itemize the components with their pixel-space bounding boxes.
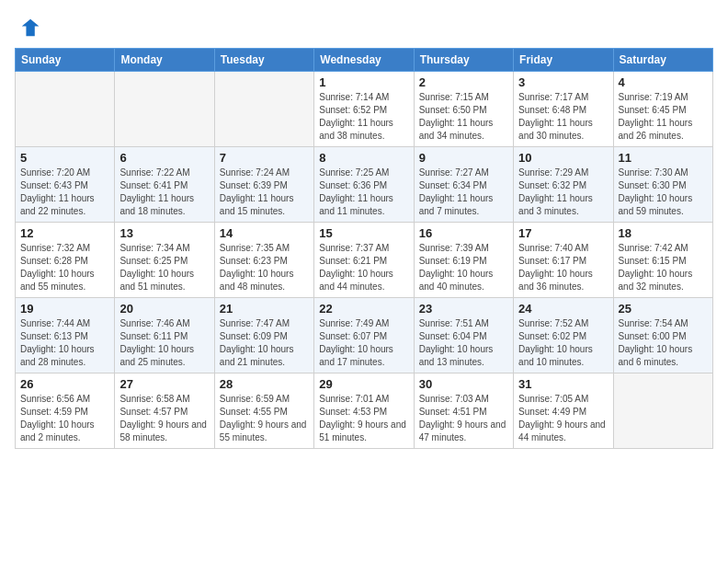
- calendar-cell: 8Sunrise: 7:25 AM Sunset: 6:36 PM Daylig…: [314, 147, 414, 223]
- day-number: 30: [419, 377, 508, 391]
- day-number: 24: [518, 302, 608, 316]
- day-number: 22: [319, 302, 408, 316]
- day-number: 18: [619, 226, 708, 240]
- day-number: 13: [119, 226, 209, 240]
- day-number: 21: [220, 302, 309, 316]
- weekday-header-friday: Friday: [514, 49, 613, 72]
- day-number: 31: [518, 377, 608, 391]
- calendar-cell: 24Sunrise: 7:52 AM Sunset: 6:02 PM Dayli…: [514, 298, 613, 373]
- day-info: Sunrise: 7:52 AM Sunset: 6:02 PM Dayligh…: [518, 317, 608, 369]
- day-number: 26: [20, 377, 109, 391]
- calendar-body: 1Sunrise: 7:14 AM Sunset: 6:52 PM Daylig…: [16, 72, 713, 449]
- day-number: 5: [20, 151, 109, 165]
- day-info: Sunrise: 7:27 AM Sunset: 6:34 PM Dayligh…: [419, 167, 508, 218]
- day-info: Sunrise: 7:32 AM Sunset: 6:28 PM Dayligh…: [20, 242, 109, 293]
- day-info: Sunrise: 7:40 AM Sunset: 6:17 PM Dayligh…: [518, 242, 608, 293]
- weekday-header-sunday: Sunday: [16, 49, 115, 72]
- calendar-cell: 18Sunrise: 7:42 AM Sunset: 6:15 PM Dayli…: [613, 223, 712, 298]
- day-number: 28: [220, 377, 309, 391]
- day-info: Sunrise: 7:34 AM Sunset: 6:25 PM Dayligh…: [119, 242, 209, 293]
- calendar-cell: 14Sunrise: 7:35 AM Sunset: 6:23 PM Dayli…: [214, 223, 313, 298]
- day-number: 2: [419, 75, 508, 89]
- day-info: Sunrise: 7:47 AM Sunset: 6:09 PM Dayligh…: [220, 317, 309, 369]
- day-info: Sunrise: 7:19 AM Sunset: 6:45 PM Dayligh…: [619, 91, 708, 143]
- day-info: Sunrise: 7:25 AM Sunset: 6:36 PM Dayligh…: [319, 167, 408, 218]
- calendar-cell: 10Sunrise: 7:29 AM Sunset: 6:32 PM Dayli…: [514, 147, 613, 223]
- day-number: 10: [518, 151, 608, 165]
- day-number: 9: [419, 151, 508, 165]
- day-info: Sunrise: 6:58 AM Sunset: 4:57 PM Dayligh…: [119, 393, 209, 444]
- calendar-cell: 29Sunrise: 7:01 AM Sunset: 4:53 PM Dayli…: [314, 373, 414, 449]
- day-info: Sunrise: 7:22 AM Sunset: 6:41 PM Dayligh…: [119, 167, 209, 218]
- calendar-cell: 30Sunrise: 7:03 AM Sunset: 4:51 PM Dayli…: [414, 373, 513, 449]
- day-info: Sunrise: 7:20 AM Sunset: 6:43 PM Dayligh…: [20, 167, 109, 218]
- day-info: Sunrise: 7:39 AM Sunset: 6:19 PM Dayligh…: [419, 242, 508, 293]
- day-info: Sunrise: 7:01 AM Sunset: 4:53 PM Dayligh…: [319, 393, 408, 444]
- day-info: Sunrise: 7:15 AM Sunset: 6:50 PM Dayligh…: [419, 91, 508, 143]
- weekday-header-tuesday: Tuesday: [214, 49, 313, 72]
- calendar-week-row: 19Sunrise: 7:44 AM Sunset: 6:13 PM Dayli…: [16, 298, 713, 373]
- day-number: 17: [518, 226, 608, 240]
- calendar-cell: 12Sunrise: 7:32 AM Sunset: 6:28 PM Dayli…: [16, 223, 115, 298]
- day-number: 20: [119, 302, 209, 316]
- day-number: 14: [220, 226, 309, 240]
- day-number: 12: [20, 226, 109, 240]
- day-number: 7: [220, 151, 309, 165]
- calendar-cell: 13Sunrise: 7:34 AM Sunset: 6:25 PM Dayli…: [115, 223, 214, 298]
- calendar-cell: 23Sunrise: 7:51 AM Sunset: 6:04 PM Dayli…: [414, 298, 513, 373]
- calendar-cell: 19Sunrise: 7:44 AM Sunset: 6:13 PM Dayli…: [16, 298, 115, 373]
- day-info: Sunrise: 7:17 AM Sunset: 6:48 PM Dayligh…: [518, 91, 608, 143]
- day-info: Sunrise: 6:59 AM Sunset: 4:55 PM Dayligh…: [220, 393, 309, 444]
- logo: [15, 15, 42, 40]
- calendar-cell: 15Sunrise: 7:37 AM Sunset: 6:21 PM Dayli…: [314, 223, 414, 298]
- calendar-cell: 11Sunrise: 7:30 AM Sunset: 6:30 PM Dayli…: [613, 147, 712, 223]
- calendar-cell: 7Sunrise: 7:24 AM Sunset: 6:39 PM Daylig…: [214, 147, 313, 223]
- calendar-cell: 17Sunrise: 7:40 AM Sunset: 6:17 PM Dayli…: [514, 223, 613, 298]
- calendar-cell: [613, 373, 712, 449]
- day-number: 19: [20, 302, 109, 316]
- calendar-cell: [214, 72, 313, 147]
- day-number: 4: [619, 75, 708, 89]
- day-number: 8: [319, 151, 408, 165]
- day-info: Sunrise: 7:46 AM Sunset: 6:11 PM Dayligh…: [119, 317, 209, 369]
- day-number: 16: [419, 226, 508, 240]
- weekday-header-saturday: Saturday: [613, 49, 712, 72]
- calendar-cell: [16, 72, 115, 147]
- day-info: Sunrise: 7:44 AM Sunset: 6:13 PM Dayligh…: [20, 317, 109, 369]
- day-number: 29: [319, 377, 408, 391]
- day-info: Sunrise: 7:05 AM Sunset: 4:49 PM Dayligh…: [518, 393, 608, 444]
- day-info: Sunrise: 7:14 AM Sunset: 6:52 PM Dayligh…: [319, 91, 408, 143]
- page-header: [15, 15, 713, 40]
- calendar-cell: 28Sunrise: 6:59 AM Sunset: 4:55 PM Dayli…: [214, 373, 313, 449]
- calendar-cell: 3Sunrise: 7:17 AM Sunset: 6:48 PM Daylig…: [514, 72, 613, 147]
- logo-icon: [15, 15, 40, 40]
- day-info: Sunrise: 7:49 AM Sunset: 6:07 PM Dayligh…: [319, 317, 408, 369]
- calendar-cell: 16Sunrise: 7:39 AM Sunset: 6:19 PM Dayli…: [414, 223, 513, 298]
- day-info: Sunrise: 7:54 AM Sunset: 6:00 PM Dayligh…: [619, 317, 708, 369]
- day-info: Sunrise: 7:35 AM Sunset: 6:23 PM Dayligh…: [220, 242, 309, 293]
- day-info: Sunrise: 7:30 AM Sunset: 6:30 PM Dayligh…: [619, 167, 708, 218]
- day-info: Sunrise: 7:29 AM Sunset: 6:32 PM Dayligh…: [518, 167, 608, 218]
- calendar-cell: 4Sunrise: 7:19 AM Sunset: 6:45 PM Daylig…: [613, 72, 712, 147]
- calendar-cell: 25Sunrise: 7:54 AM Sunset: 6:00 PM Dayli…: [613, 298, 712, 373]
- day-info: Sunrise: 7:03 AM Sunset: 4:51 PM Dayligh…: [419, 393, 508, 444]
- day-number: 1: [319, 75, 408, 89]
- calendar-header-row: SundayMondayTuesdayWednesdayThursdayFrid…: [16, 49, 713, 72]
- day-info: Sunrise: 6:56 AM Sunset: 4:59 PM Dayligh…: [20, 393, 109, 444]
- day-number: 25: [619, 302, 708, 316]
- calendar-week-row: 5Sunrise: 7:20 AM Sunset: 6:43 PM Daylig…: [16, 147, 713, 223]
- day-info: Sunrise: 7:24 AM Sunset: 6:39 PM Dayligh…: [220, 167, 309, 218]
- day-number: 15: [319, 226, 408, 240]
- svg-marker-0: [22, 19, 40, 37]
- day-info: Sunrise: 7:42 AM Sunset: 6:15 PM Dayligh…: [619, 242, 708, 293]
- weekday-header-thursday: Thursday: [414, 49, 513, 72]
- calendar-cell: 9Sunrise: 7:27 AM Sunset: 6:34 PM Daylig…: [414, 147, 513, 223]
- calendar-cell: 5Sunrise: 7:20 AM Sunset: 6:43 PM Daylig…: [16, 147, 115, 223]
- day-number: 3: [518, 75, 608, 89]
- calendar-week-row: 26Sunrise: 6:56 AM Sunset: 4:59 PM Dayli…: [16, 373, 713, 449]
- calendar-cell: 6Sunrise: 7:22 AM Sunset: 6:41 PM Daylig…: [115, 147, 214, 223]
- calendar-cell: 2Sunrise: 7:15 AM Sunset: 6:50 PM Daylig…: [414, 72, 513, 147]
- day-info: Sunrise: 7:51 AM Sunset: 6:04 PM Dayligh…: [419, 317, 508, 369]
- calendar-cell: 26Sunrise: 6:56 AM Sunset: 4:59 PM Dayli…: [16, 373, 115, 449]
- calendar-table: SundayMondayTuesdayWednesdayThursdayFrid…: [15, 48, 713, 449]
